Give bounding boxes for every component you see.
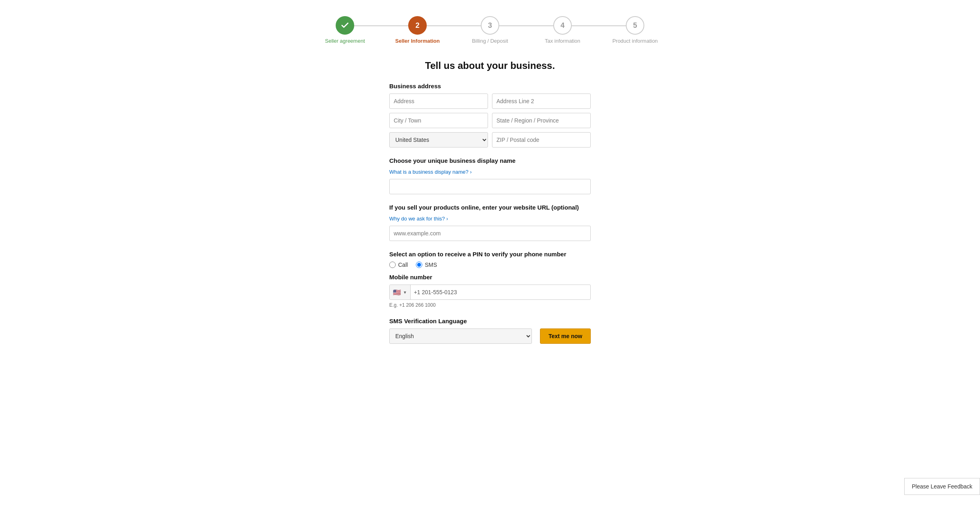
sms-lang-select-wrap: English Spanish French [389, 328, 532, 344]
page-title: Tell us about your business. [389, 60, 591, 71]
sms-lang-select[interactable]: English Spanish French [389, 328, 532, 344]
pin-radio-group: Call SMS [389, 262, 591, 268]
sms-lang-label: SMS Verification Language [389, 318, 591, 324]
display-name-section: Choose your unique business display name… [389, 157, 591, 194]
step-1-label: Seller agreement [325, 38, 365, 44]
mobile-label: Mobile number [389, 274, 591, 281]
country-select[interactable]: United States Canada United Kingdom [389, 132, 488, 148]
step-5: 5 Product information [599, 16, 671, 44]
address-row-2 [389, 113, 591, 128]
business-address-section: Business address United States Canada Un… [389, 83, 591, 148]
business-address-label: Business address [389, 83, 591, 89]
step-3-label: Billing / Deposit [472, 38, 508, 44]
website-link[interactable]: Why do we ask for this? › [389, 216, 448, 222]
sms-option[interactable]: SMS [416, 262, 437, 268]
step-2-label: Seller Information [395, 38, 440, 44]
phone-input-row: 🇺🇸 ▼ [389, 285, 591, 300]
phone-flag-btn[interactable]: 🇺🇸 ▼ [390, 285, 411, 299]
website-section: If you sell your products online, enter … [389, 204, 591, 241]
city-input[interactable] [389, 113, 488, 128]
phone-pin-section: Select an option to receive a PIN to ver… [389, 251, 591, 308]
display-name-link[interactable]: What is a business display name? › [389, 169, 471, 175]
zip-input[interactable] [492, 132, 591, 148]
sms-lang-row: English Spanish French Text me now [389, 328, 591, 344]
step-4-circle: 4 [553, 16, 572, 35]
step-2: 2 Seller Information [381, 16, 454, 44]
text-me-button[interactable]: Text me now [540, 328, 591, 344]
website-input[interactable] [389, 226, 591, 241]
website-label: If you sell your products online, enter … [389, 204, 591, 211]
stepper: Seller agreement 2 Seller Information 3 … [0, 0, 980, 52]
step-5-circle: 5 [626, 16, 644, 35]
phone-pin-label: Select an option to receive a PIN to ver… [389, 251, 591, 258]
step-1-circle [336, 16, 354, 35]
step-1: Seller agreement [309, 16, 381, 44]
call-option[interactable]: Call [389, 262, 408, 268]
state-input[interactable] [492, 113, 591, 128]
step-4-label: Tax information [545, 38, 580, 44]
phone-hint: E.g. +1 206 266 1000 [389, 302, 591, 308]
flag-icon: 🇺🇸 [393, 289, 401, 296]
feedback-container: Please Leave Feedback [904, 478, 980, 495]
call-radio[interactable] [389, 262, 396, 268]
address-input[interactable] [389, 94, 488, 109]
sms-label: SMS [425, 262, 437, 268]
address-line2-input[interactable] [492, 94, 591, 109]
sms-radio[interactable] [416, 262, 422, 268]
sms-lang-section: SMS Verification Language English Spanis… [389, 318, 591, 344]
address-row-3: United States Canada United Kingdom [389, 132, 591, 148]
main-content: Tell us about your business. Business ad… [0, 52, 980, 370]
form-container: Tell us about your business. Business ad… [389, 60, 591, 353]
step-3: 3 Billing / Deposit [454, 16, 526, 44]
step-2-circle: 2 [408, 16, 427, 35]
step-3-circle: 3 [481, 16, 499, 35]
phone-dropdown-arrow: ▼ [403, 290, 407, 295]
phone-number-input[interactable] [411, 289, 590, 295]
feedback-button[interactable]: Please Leave Feedback [904, 478, 980, 495]
display-name-input[interactable] [389, 179, 591, 194]
display-name-label: Choose your unique business display name [389, 157, 591, 164]
address-row-1 [389, 94, 591, 109]
step-5-label: Product information [612, 38, 658, 44]
call-label: Call [398, 262, 408, 268]
step-4: 4 Tax information [526, 16, 599, 44]
